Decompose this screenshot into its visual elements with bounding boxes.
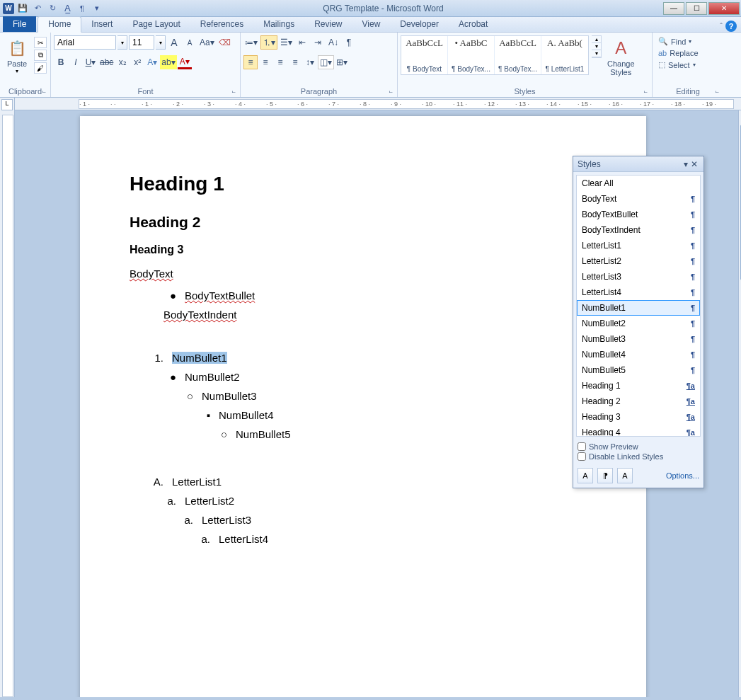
vertical-scrollbar[interactable]: ▴ ▾ ◦ ⬆ ⬇	[738, 110, 741, 697]
grow-font-button[interactable]: A	[167, 35, 181, 50]
copy-button[interactable]: ⧉	[34, 50, 47, 61]
minimize-ribbon-icon[interactable]: ˆ	[720, 22, 723, 30]
save-icon[interactable]: 💾	[16, 2, 29, 15]
num-bullet-1[interactable]: 1.NumBullet1	[151, 352, 597, 364]
shading-button[interactable]: ◫▾	[318, 55, 334, 69]
style-item-numbullet2[interactable]: NumBullet2¶	[577, 316, 700, 331]
qat-customize-icon[interactable]: ▾	[91, 2, 103, 15]
font-size-dropdown[interactable]: ▾	[156, 35, 166, 50]
style-item-bodytextindent[interactable]: BodyTextIndent¶	[577, 222, 700, 238]
style-item-numbullet4[interactable]: NumBullet4¶	[577, 347, 700, 362]
align-center-button[interactable]: ≡	[258, 55, 272, 69]
body-text[interactable]: BodyText	[130, 268, 597, 280]
underline-button[interactable]: U▾	[84, 55, 98, 69]
subscript-button[interactable]: x₂	[115, 55, 130, 69]
style-clear-all[interactable]: Clear All	[577, 176, 700, 191]
style-item-heading-2[interactable]: Heading 2¶a	[577, 394, 700, 409]
heading-3[interactable]: Heading 3	[130, 243, 597, 256]
disable-linked-checkbox[interactable]: Disable Linked Styles	[578, 452, 699, 461]
format-painter-button[interactable]: 🖌	[34, 62, 47, 74]
qat-btn[interactable]: ¶	[76, 2, 88, 15]
gallery-down[interactable]: ▾	[592, 43, 601, 50]
sort-button[interactable]: A↓	[326, 35, 340, 50]
num-bullet-5[interactable]: ○NumBullet5	[214, 428, 597, 440]
justify-button[interactable]: ≡	[288, 55, 302, 69]
pane-dropdown-icon[interactable]: ▾	[682, 159, 689, 169]
tab-home[interactable]: Home	[38, 16, 81, 33]
paste-button[interactable]: 📋 Paste ▾	[3, 35, 31, 76]
multilevel-button[interactable]: ☰▾	[279, 35, 294, 50]
select-button[interactable]: ⬚Select▾	[655, 59, 701, 71]
close-button[interactable]: ✕	[708, 2, 740, 15]
style-item-numbullet1[interactable]: NumBullet1¶	[577, 300, 700, 316]
font-name-dropdown[interactable]: ▾	[117, 35, 127, 50]
styles-options-link[interactable]: Options...	[666, 471, 699, 480]
style-item-heading-1[interactable]: Heading 1¶a	[577, 378, 700, 394]
line-spacing-button[interactable]: ↕▾	[303, 55, 317, 69]
undo-icon[interactable]: ↶	[31, 2, 44, 15]
num-bullet-2[interactable]: ●NumBullet2	[163, 371, 597, 383]
help-icon[interactable]: ?	[725, 21, 737, 32]
heading-1[interactable]: Heading 1	[130, 173, 597, 195]
bullets-button[interactable]: ≔▾	[243, 35, 259, 50]
letter-list-3[interactable]: a.LetterList3	[180, 514, 597, 526]
clear-formatting-button[interactable]: ⌫	[217, 35, 232, 50]
change-case-button[interactable]: Aa▾	[198, 35, 216, 50]
shrink-font-button[interactable]: A	[183, 35, 197, 50]
minimize-button[interactable]: —	[663, 2, 684, 15]
align-left-button[interactable]: ≡	[243, 55, 258, 69]
show-marks-button[interactable]: ¶	[342, 35, 356, 50]
strikethrough-button[interactable]: abc	[98, 55, 115, 69]
style-inspector-button[interactable]: ⁋	[597, 468, 613, 483]
tab-view[interactable]: View	[352, 17, 391, 32]
bullet-item[interactable]: ●BodyTextBullet	[163, 289, 597, 302]
tab-acrobat[interactable]: Acrobat	[449, 17, 498, 32]
letter-list-4[interactable]: a.LetterList4	[197, 533, 597, 545]
pane-close-icon[interactable]: ✕	[689, 159, 699, 169]
file-tab[interactable]: File	[3, 16, 36, 32]
style-item-numbullet5[interactable]: NumBullet5¶	[577, 362, 700, 378]
gallery-up[interactable]: ▴	[592, 36, 601, 43]
replace-button[interactable]: abReplace	[655, 47, 701, 59]
highlight-button[interactable]: ab▾	[160, 55, 176, 69]
numbering-button[interactable]: ⒈▾	[260, 35, 277, 50]
style-item-letterlist4[interactable]: LetterList4¶	[577, 285, 700, 300]
superscript-button[interactable]: x²	[130, 55, 144, 69]
tab-review[interactable]: Review	[304, 17, 352, 32]
font-color-button[interactable]: A▾	[178, 55, 192, 69]
tab-selector[interactable]: L	[1, 99, 13, 110]
style-item-heading-4[interactable]: Heading 4¶a	[577, 425, 700, 437]
italic-button[interactable]: I	[69, 55, 83, 69]
style-gallery-item[interactable]: • AaBbC¶ BodyTex...	[448, 36, 495, 74]
num-bullet-4[interactable]: ▪NumBullet4	[197, 409, 597, 421]
new-style-button[interactable]: A	[578, 468, 593, 483]
font-name-input[interactable]	[54, 35, 116, 50]
style-item-numbullet3[interactable]: NumBullet3¶	[577, 331, 700, 347]
text-effects-button[interactable]: A▾	[145, 55, 159, 69]
style-item-heading-3[interactable]: Heading 3¶a	[577, 409, 700, 425]
tab-references[interactable]: References	[190, 17, 253, 32]
borders-button[interactable]: ⊞▾	[335, 55, 349, 69]
decrease-indent-button[interactable]: ⇤	[295, 35, 309, 50]
letter-list-1[interactable]: A.LetterList1	[151, 476, 597, 488]
style-item-letterlist2[interactable]: LetterList2¶	[577, 253, 700, 269]
style-item-letterlist1[interactable]: LetterList1¶	[577, 238, 700, 253]
tab-developer[interactable]: Developer	[390, 17, 449, 32]
manage-styles-button[interactable]: A	[617, 468, 633, 483]
style-gallery-item[interactable]: AaBbCcL¶ BodyText	[401, 36, 448, 74]
style-item-bodytextbullet[interactable]: BodyTextBullet¶	[577, 207, 700, 222]
tab-insert[interactable]: Insert	[81, 17, 122, 32]
find-button[interactable]: 🔍Find▾	[655, 35, 701, 47]
num-bullet-3[interactable]: ○NumBullet3	[180, 390, 597, 402]
cut-button[interactable]: ✂	[34, 37, 47, 48]
styles-pane-title[interactable]: Styles ▾ ✕	[573, 156, 703, 172]
align-right-button[interactable]: ≡	[273, 55, 287, 69]
style-item-letterlist3[interactable]: LetterList3¶	[577, 269, 700, 285]
change-styles-button[interactable]: A Change Styles	[604, 35, 638, 78]
redo-icon[interactable]: ↻	[46, 2, 59, 15]
body-text-indent[interactable]: BodyTextIndent	[163, 309, 597, 321]
maximize-button[interactable]: ☐	[686, 2, 707, 15]
word-icon[interactable]: W	[3, 3, 14, 14]
qat-btn[interactable]: A̲	[61, 2, 74, 15]
gallery-more[interactable]: ▾	[592, 50, 601, 57]
